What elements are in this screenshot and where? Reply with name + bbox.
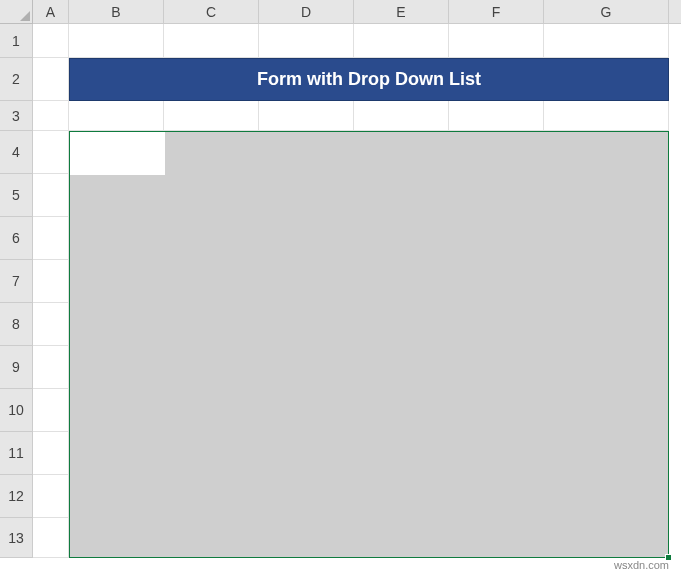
spreadsheet-grid: A B C D E F G 1 2 3 4	[0, 0, 681, 583]
cell-C3[interactable]	[164, 101, 259, 131]
cell-A10[interactable]	[33, 389, 69, 432]
select-all-icon	[20, 11, 30, 21]
cell-A13[interactable]	[33, 518, 69, 558]
cell-C1[interactable]	[164, 24, 259, 58]
cell-A9[interactable]	[33, 346, 69, 389]
row-header-2[interactable]: 2	[0, 58, 33, 101]
row-header-6[interactable]: 6	[0, 217, 33, 260]
row-header-4[interactable]: 4	[0, 131, 33, 174]
watermark: wsxdn.com	[614, 559, 669, 571]
row-header-9[interactable]: 9	[0, 346, 33, 389]
row-header-3[interactable]: 3	[0, 101, 33, 131]
cell-E3[interactable]	[354, 101, 449, 131]
cell-F1[interactable]	[449, 24, 544, 58]
cell-A12[interactable]	[33, 475, 69, 518]
cell-A7[interactable]	[33, 260, 69, 303]
cell-G1[interactable]	[544, 24, 669, 58]
cell-A3[interactable]	[33, 101, 69, 131]
cell-B1[interactable]	[69, 24, 164, 58]
cell-D1[interactable]	[259, 24, 354, 58]
selection-range[interactable]	[69, 131, 669, 558]
cell-A1[interactable]	[33, 24, 69, 58]
cell-E1[interactable]	[354, 24, 449, 58]
row-3: 3	[0, 101, 681, 131]
row-header-8[interactable]: 8	[0, 303, 33, 346]
row-header-5[interactable]: 5	[0, 174, 33, 217]
col-header-G[interactable]: G	[544, 0, 669, 24]
title-banner[interactable]: Form with Drop Down List	[69, 58, 669, 101]
active-cell[interactable]	[70, 132, 165, 175]
col-header-E[interactable]: E	[354, 0, 449, 24]
col-header-D[interactable]: D	[259, 0, 354, 24]
cell-A6[interactable]	[33, 217, 69, 260]
col-header-F[interactable]: F	[449, 0, 544, 24]
row-header-1[interactable]: 1	[0, 24, 33, 58]
row-header-10[interactable]: 10	[0, 389, 33, 432]
cell-G3[interactable]	[544, 101, 669, 131]
cell-F3[interactable]	[449, 101, 544, 131]
row-1: 1	[0, 24, 681, 58]
cell-A5[interactable]	[33, 174, 69, 217]
row-header-12[interactable]: 12	[0, 475, 33, 518]
cell-B3[interactable]	[69, 101, 164, 131]
col-header-A[interactable]: A	[33, 0, 69, 24]
row-header-13[interactable]: 13	[0, 518, 33, 558]
row-header-7[interactable]: 7	[0, 260, 33, 303]
col-header-C[interactable]: C	[164, 0, 259, 24]
cell-A8[interactable]	[33, 303, 69, 346]
select-all-corner[interactable]	[0, 0, 33, 24]
cell-A11[interactable]	[33, 432, 69, 475]
row-header-11[interactable]: 11	[0, 432, 33, 475]
col-header-B[interactable]: B	[69, 0, 164, 24]
cell-D3[interactable]	[259, 101, 354, 131]
column-headers-row: A B C D E F G	[0, 0, 681, 24]
cell-A2[interactable]	[33, 58, 69, 101]
cell-A4[interactable]	[33, 131, 69, 174]
svg-marker-0	[20, 11, 30, 21]
